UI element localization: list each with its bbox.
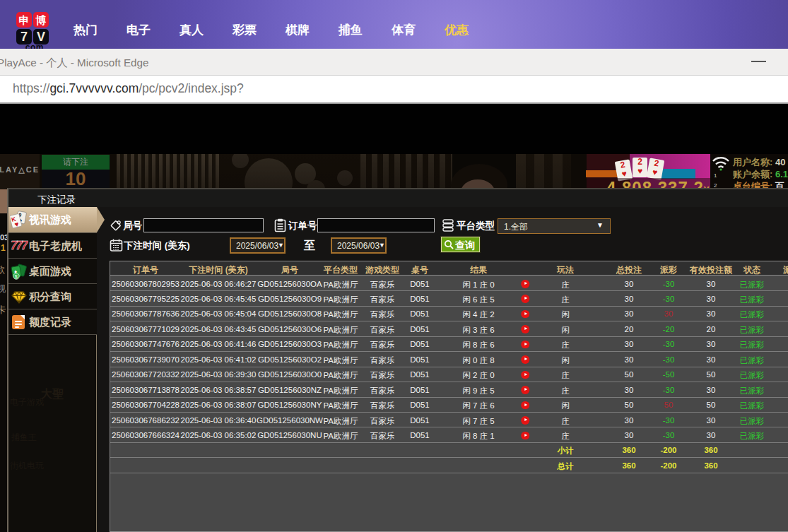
svg-text:$: $ <box>15 274 18 279</box>
svg-text:777: 777 <box>11 239 28 252</box>
